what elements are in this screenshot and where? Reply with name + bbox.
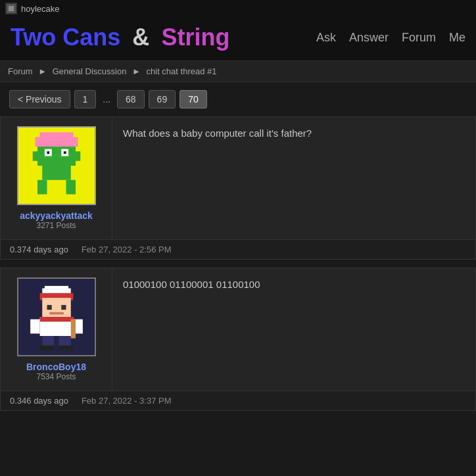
svg-rect-18 — [70, 137, 78, 147]
svg-rect-10 — [37, 180, 47, 195]
top-bar: hoylecake — [0, 0, 476, 17]
post-1-content: What does a baby computer call it's fath… — [112, 117, 475, 239]
post-2-relative-time: 0.346 days ago — [10, 396, 68, 406]
svg-rect-26 — [49, 312, 64, 315]
pagination-bar: < Previous 1 ... 68 69 70 — [0, 82, 476, 116]
pagination-ellipsis: ... — [100, 94, 113, 105]
svg-rect-2 — [9, 6, 14, 11]
breadcrumb-forum[interactable]: Forum — [8, 66, 33, 76]
breadcrumb-general-discussion[interactable]: General Discussion — [53, 66, 127, 76]
svg-rect-17 — [35, 137, 42, 147]
svg-rect-29 — [30, 320, 40, 334]
prev-page-button[interactable]: < Previous — [9, 90, 70, 108]
breadcrumb: Forum ► General Discussion ► chit chat t… — [0, 61, 476, 82]
svg-rect-22 — [44, 286, 68, 291]
post-2-absolute-time: Feb 27, 2022 - 3:37 PM — [82, 396, 172, 406]
svg-rect-35 — [70, 320, 75, 339]
post-1-absolute-time: Feb 27, 2022 - 2:56 PM — [82, 245, 172, 254]
post-1-footer: 0.374 days ago Feb 27, 2022 - 2:56 PM — [1, 239, 475, 259]
breadcrumb-arrow-1: ► — [38, 66, 47, 76]
title-two-cans: Two Cans — [11, 24, 120, 51]
svg-rect-34 — [59, 346, 73, 350]
post-2-footer: 0.346 days ago Feb 27, 2022 - 3:37 PM — [1, 391, 475, 410]
site-header: Two Cans & String Ask Answer Forum Me — [0, 17, 476, 61]
site-favicon-icon — [5, 3, 17, 14]
nav-forum[interactable]: Forum — [402, 31, 436, 45]
main-nav: Ask Answer Forum Me — [316, 31, 465, 45]
post-1: ackyyackyattack 3271 Posts What does a b… — [0, 116, 476, 260]
post-1-count: 3271 Posts — [36, 221, 76, 230]
svg-rect-7 — [32, 151, 37, 161]
post-2: BroncoBoy18 7534 Posts 01000100 01100001… — [0, 268, 476, 411]
svg-rect-15 — [63, 151, 66, 154]
svg-rect-9 — [42, 166, 71, 180]
page-68-button[interactable]: 68 — [117, 90, 145, 108]
post-1-avatar — [17, 126, 96, 205]
title-string: String — [161, 24, 229, 51]
svg-rect-11 — [66, 180, 76, 195]
site-title: Two Cans & String — [11, 24, 229, 51]
post-2-username[interactable]: BroncoBoy18 — [26, 362, 86, 372]
svg-rect-24 — [47, 305, 51, 310]
post-1-relative-time: 0.374 days ago — [10, 245, 68, 254]
svg-rect-28 — [39, 317, 73, 321]
svg-rect-5 — [37, 142, 76, 147]
nav-ask[interactable]: Ask — [316, 31, 336, 45]
post-1-username[interactable]: ackyyackyattack — [20, 210, 93, 221]
post-2-content: 01000100 01100001 01100100 — [112, 268, 475, 391]
post-2-user-panel: BroncoBoy18 7534 Posts — [1, 268, 112, 391]
svg-rect-25 — [61, 305, 66, 310]
title-amp: & — [132, 24, 149, 51]
post-2-avatar — [17, 277, 96, 356]
page-70-button[interactable]: 70 — [179, 90, 207, 108]
svg-rect-16 — [39, 132, 73, 142]
svg-rect-8 — [76, 151, 80, 161]
svg-rect-33 — [39, 346, 54, 350]
page-69-button[interactable]: 69 — [149, 90, 176, 108]
breadcrumb-thread: chit chat thread #1 — [147, 66, 217, 76]
nav-answer[interactable]: Answer — [349, 31, 389, 45]
breadcrumb-arrow-2: ► — [132, 66, 141, 76]
nav-me[interactable]: Me — [449, 31, 465, 45]
page-1-button[interactable]: 1 — [74, 90, 97, 108]
svg-rect-6 — [37, 147, 76, 166]
post-separator — [0, 260, 476, 268]
logged-in-username: hoylecake — [21, 4, 60, 14]
svg-rect-14 — [47, 151, 49, 154]
post-2-count: 7534 Posts — [36, 372, 76, 381]
post-1-user-panel: ackyyackyattack 3271 Posts — [1, 117, 112, 239]
